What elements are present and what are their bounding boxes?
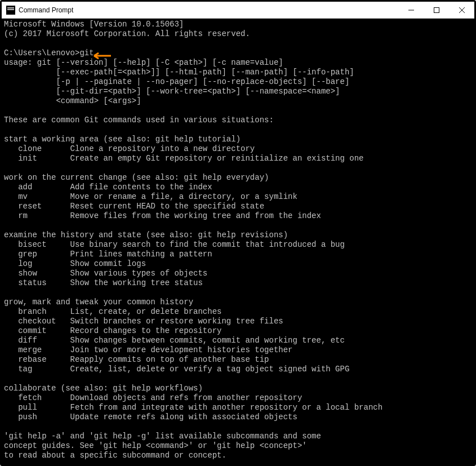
- close-button[interactable]: [449, 2, 474, 18]
- window-title: Command Prompt: [19, 6, 398, 14]
- cmd-show: show Show various types of objects: [4, 269, 207, 278]
- section-header: start a working area (see also: git help…: [4, 135, 241, 144]
- text-line: (c) 2017 Microsoft Corporation. All righ…: [4, 29, 250, 38]
- cmd-push: push Update remote refs along with assoc…: [4, 412, 297, 421]
- cmd-rm: rm Remove files from the working tree an…: [4, 211, 321, 220]
- svg-rect-0: [434, 7, 439, 12]
- cmd-tag: tag Create, list, delete or verify a tag…: [4, 365, 349, 374]
- cmd-init: init Create an empty Git repository or r…: [4, 154, 364, 163]
- section-header: examine the history and state (see also:…: [4, 230, 288, 239]
- cmd-branch: branch List, create, or delete branches: [4, 307, 221, 316]
- terminal-output[interactable]: Microsoft Windows [Version 10.0.15063] (…: [2, 19, 474, 464]
- cmd-clone: clone Clone a repository into a new dire…: [4, 144, 255, 153]
- section-header: These are common Git commands used in va…: [4, 116, 274, 125]
- command-prompt-window: Command Prompt Microsoft Windows [Versio…: [0, 0, 476, 466]
- cmd-log: log Show commit logs: [4, 259, 146, 268]
- cmd-add: add Add file contents to the index: [4, 183, 212, 192]
- cmd-commit: commit Record changes to the repository: [4, 326, 221, 335]
- cmd-status: status Show the working tree status: [4, 278, 203, 287]
- cmd-mv: mv Move or rename a file, a directory, o…: [4, 192, 297, 201]
- section-header: work on the current change (see also: gi…: [4, 173, 269, 182]
- cmd-merge: merge Join two or more development histo…: [4, 345, 292, 354]
- text-line: [-p | --paginate | --no-pager] [--no-rep…: [4, 77, 349, 86]
- cmd-pull: pull Fetch from and integrate with anoth…: [4, 403, 382, 412]
- cmd-fetch: fetch Download objects and refs from ano…: [4, 393, 302, 402]
- maximize-button[interactable]: [424, 2, 449, 18]
- minimize-button[interactable]: [398, 2, 424, 18]
- text-line: [--git-dir=<path>] [--work-tree=<path>] …: [4, 87, 340, 96]
- text-line: concept guides. See 'git help <command>'…: [4, 441, 307, 450]
- window-controls: [398, 2, 474, 18]
- text-line: 'git help -a' and 'git help -g' list ava…: [4, 432, 321, 441]
- cmd-diff: diff Show changes between commits, commi…: [4, 336, 345, 345]
- cmd-bisect: bisect Use binary search to find the com…: [4, 240, 345, 249]
- titlebar[interactable]: Command Prompt: [2, 2, 474, 19]
- section-header: grow, mark and tweak your common history: [4, 298, 193, 307]
- cmd-reset: reset Reset current HEAD to the specifie…: [4, 202, 264, 211]
- cmd-checkout: checkout Switch branches or restore work…: [4, 317, 283, 326]
- cmd-rebase: rebase Reapply commits on top of another…: [4, 355, 269, 364]
- cmd-icon: [6, 6, 15, 15]
- text-line: to read about a specific subcommand or c…: [4, 451, 226, 460]
- text-line: Microsoft Windows [Version 10.0.15063]: [4, 20, 184, 29]
- text-line: [--exec-path[=<path>]] [--html-path] [--…: [4, 68, 354, 77]
- text-line: <command> [<args>]: [4, 96, 141, 105]
- prompt-line: C:\Users\Lenovo>git: [4, 48, 94, 57]
- cmd-grep: grep Print lines matching a pattern: [4, 250, 212, 259]
- section-header: collaborate (see also: git help workflow…: [4, 384, 203, 393]
- text-line: usage: git [--version] [--help] [-C <pat…: [4, 58, 283, 67]
